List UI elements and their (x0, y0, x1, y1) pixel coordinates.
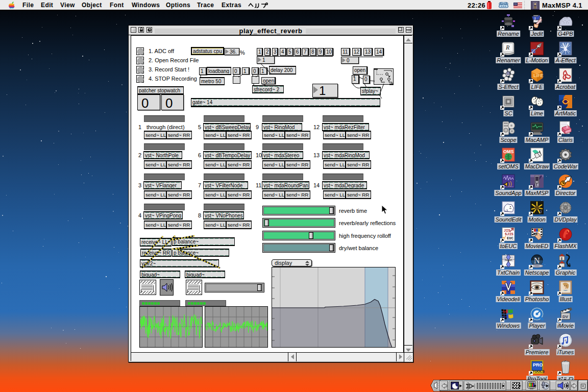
svg-text:TOOLS: TOOLS (532, 370, 545, 373)
svg-text:9: 9 (566, 125, 568, 129)
svg-text:3: 3 (539, 209, 542, 214)
svg-text:SJIS: SJIS (505, 232, 513, 236)
svg-text:DV: DV (562, 314, 569, 319)
svg-text:R: R (505, 44, 510, 51)
svg-text:N: N (534, 256, 540, 265)
svg-text:LAY: LAY (534, 233, 538, 236)
svg-text:PRO: PRO (533, 362, 543, 368)
svg-text:LiFE: LiFE (533, 73, 544, 78)
svg-text:EUC: EUC (507, 236, 513, 240)
svg-text:J: J (534, 16, 536, 21)
